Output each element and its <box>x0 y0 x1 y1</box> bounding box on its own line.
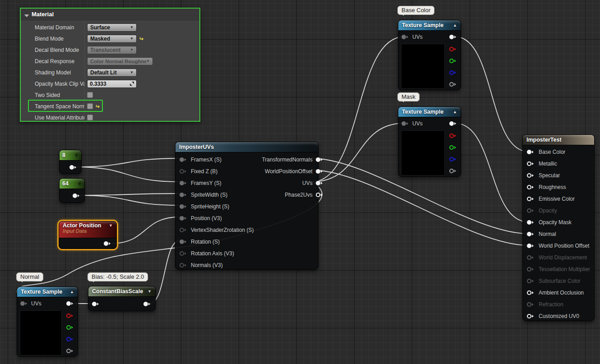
position-output-pin[interactable] <box>104 241 112 246</box>
value-output-pin[interactable] <box>69 165 78 170</box>
material-input-pin-ambient-occlusion[interactable] <box>527 290 535 295</box>
input-pin-vertexshaderzrotation-s[interactable] <box>180 228 188 232</box>
comment-bubble-bias-scale[interactable]: Bias: -0.5; Scale 2.0 <box>88 272 148 281</box>
comment-bubble-normal[interactable]: Normal <box>16 272 43 281</box>
node-texture-sample-normal[interactable]: Normal Texture Sample ▲ UVs <box>17 286 78 357</box>
node-texture-sample-mask[interactable]: Mask Texture Sample ▲ UVs <box>398 106 461 177</box>
number-field-opacity-mask-clip-va[interactable]: 0.3333 <box>87 80 137 88</box>
drag-handle-icon[interactable] <box>130 82 134 86</box>
a-channel-output-pin[interactable] <box>66 349 74 353</box>
node-header[interactable]: ConstantBiasScale ▼ <box>88 286 155 297</box>
uvs-input-pin[interactable] <box>402 35 410 39</box>
material-input-pin-normal[interactable] <box>527 232 535 236</box>
expander-triangle-icon[interactable]: ◢ <box>24 12 29 17</box>
material-input-pin-subsurface-color[interactable] <box>527 279 535 283</box>
node-header[interactable]: Actor Position ▼ Input Data <box>59 221 116 238</box>
input-pin-framesx-s[interactable] <box>180 157 188 162</box>
uvs-input-pin[interactable] <box>20 301 28 306</box>
dropdown-blend-mode[interactable]: Masked▼ <box>87 35 137 43</box>
node-texture-sample-base-color[interactable]: Base Color Texture Sample ▲ UVs <box>398 20 461 90</box>
material-input-pin-specular[interactable] <box>527 173 535 178</box>
node-header[interactable]: Texture Sample ▲ <box>398 20 461 31</box>
uvs-input-pin[interactable] <box>402 121 410 126</box>
comment-bubble-mask[interactable]: Mask <box>397 92 420 101</box>
collapse-icon[interactable]: ▼ <box>78 181 82 186</box>
r-channel-output-pin[interactable] <box>449 47 457 51</box>
material-input-pin-opacity-mask[interactable] <box>527 220 535 225</box>
material-input-pin-customized-uv0[interactable] <box>527 314 535 318</box>
material-input-pin-metallic[interactable] <box>527 161 535 166</box>
value-output-pin[interactable] <box>73 194 81 198</box>
material-input-pin-world-displacement[interactable] <box>527 255 535 260</box>
output-pin-uvs[interactable] <box>316 181 324 185</box>
property-row-blend-mode: Blend ModeMasked▼↵ <box>21 33 199 44</box>
input-pin-normals-v3[interactable] <box>180 263 188 267</box>
pin-label: Normals (V3) <box>191 262 223 268</box>
node-imposter-uvs[interactable]: ImposterUVs FramesX (S)Fixed Z (B)Frames… <box>175 142 318 270</box>
material-input-pin-refraction[interactable] <box>527 302 535 307</box>
node-header[interactable]: 64 ▼ <box>60 179 84 189</box>
pin-label: Rotation (S) <box>191 239 220 245</box>
a-channel-output-pin[interactable] <box>449 82 457 87</box>
material-input-pin-roughness[interactable] <box>527 185 535 189</box>
output-pin-transformednormals[interactable] <box>316 157 324 162</box>
checkbox-two-sided[interactable] <box>87 92 93 98</box>
node-header[interactable]: ImposterTest <box>523 135 594 145</box>
node-imposter-test-result[interactable]: ImposterTest Base ColorMetallicSpecularR… <box>522 134 595 321</box>
pin-label: Roughness <box>539 184 566 190</box>
collapse-icon[interactable]: ▼ <box>74 153 78 157</box>
node-header[interactable]: 8 ▼ <box>60 150 81 161</box>
input-pin-framesy-s[interactable] <box>180 181 188 185</box>
input-pin-spritewidth-s[interactable] <box>180 193 188 197</box>
b-channel-output-pin[interactable] <box>449 157 457 161</box>
g-channel-output-pin[interactable] <box>449 59 457 63</box>
collapse-icon[interactable]: ▼ <box>109 223 113 228</box>
g-channel-output-pin[interactable] <box>66 325 74 330</box>
input-pin[interactable] <box>92 302 100 306</box>
reset-to-default-icon[interactable]: ↵ <box>95 104 100 109</box>
output-pin[interactable] <box>143 302 152 306</box>
reset-to-default-icon[interactable]: ↵ <box>139 36 143 41</box>
node-constant-64[interactable]: 64 ▼ <box>59 178 85 203</box>
wire-texture-sample-base-color-rgb-to-imposter-test-base-color <box>455 37 528 152</box>
r-channel-output-pin[interactable] <box>66 313 74 318</box>
rgba-output-pin[interactable] <box>66 301 74 306</box>
details-category-header[interactable]: ◢ Material <box>21 9 199 20</box>
a-channel-output-pin[interactable] <box>449 169 457 173</box>
input-pin-spriteheight-s[interactable] <box>180 204 188 209</box>
dropdown-shading-model[interactable]: Default Lit▼ <box>87 69 137 77</box>
material-input-pin-emissive-color[interactable] <box>527 197 535 201</box>
node-constant-bias-scale[interactable]: Bias: -0.5; Scale 2.0 ConstantBiasScale … <box>88 286 156 311</box>
material-input-pin-tessellation-multiplier[interactable] <box>527 267 535 272</box>
input-pin-rotation-s[interactable] <box>180 240 188 244</box>
output-pin-phase2uvs[interactable] <box>316 193 324 197</box>
collapse-icon[interactable]: ▼ <box>148 289 152 294</box>
input-pin-fixed-z-b[interactable] <box>180 169 188 174</box>
material-input-pin-opacity[interactable] <box>527 208 535 213</box>
rgba-output-pin[interactable] <box>449 121 457 126</box>
material-input-row-tessellation-multiplier: Tessellation Multiplier <box>523 263 594 275</box>
node-header[interactable]: ImposterUVs <box>175 142 318 152</box>
b-channel-output-pin[interactable] <box>449 70 457 75</box>
output-pin-worldpositionoffset[interactable] <box>316 169 324 174</box>
rgba-output-pin[interactable] <box>449 35 457 39</box>
comment-bubble-base-color[interactable]: Base Color <box>397 6 434 15</box>
checkbox-tangent-space-norma[interactable] <box>87 103 93 109</box>
material-input-pin-world-position-offset[interactable] <box>527 244 535 248</box>
checkbox-use-material-attribute[interactable] <box>87 115 93 120</box>
collapse-icon[interactable]: ▲ <box>70 290 74 294</box>
node-actor-position[interactable]: Actor Position ▼ Input Data <box>59 221 117 249</box>
node-header[interactable]: Texture Sample ▲ <box>17 287 78 297</box>
node-constant-8[interactable]: 8 ▼ <box>59 150 82 174</box>
input-pin-rotation-axis-v3[interactable] <box>180 251 188 256</box>
collapse-icon[interactable]: ▲ <box>453 23 457 28</box>
material-input-row-emissive-color: Emissive Color <box>523 193 594 205</box>
r-channel-output-pin[interactable] <box>449 134 457 138</box>
b-channel-output-pin[interactable] <box>66 337 74 341</box>
node-header[interactable]: Texture Sample ▲ <box>398 107 461 117</box>
input-pin-position-v3[interactable] <box>180 216 188 221</box>
material-input-pin-base-color[interactable] <box>527 150 535 154</box>
collapse-icon[interactable]: ▲ <box>453 110 457 114</box>
g-channel-output-pin[interactable] <box>449 145 457 150</box>
dropdown-material-domain[interactable]: Surface▼ <box>87 23 137 32</box>
